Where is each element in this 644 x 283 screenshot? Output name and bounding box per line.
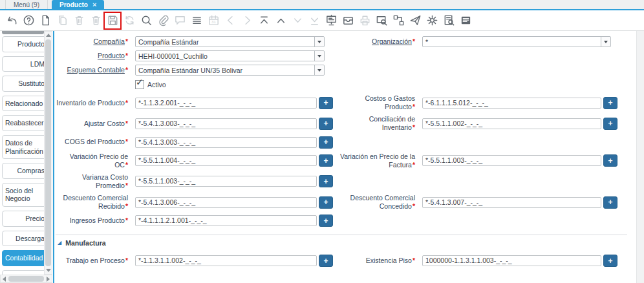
content-vertical-scrollbar[interactable] — [636, 31, 644, 283]
sidebar-tab-socio-del-negocio[interactable]: Socio del Negocio — [2, 183, 44, 207]
help-icon[interactable] — [21, 14, 36, 28]
sidebar-tab-producto[interactable]: Producto — [2, 36, 44, 52]
account-field[interactable]: *-4.1.1.1.2.1.001-_-_-_ — [135, 215, 317, 226]
grid-toggle-icon[interactable] — [189, 14, 204, 28]
tab-producto-label: Producto — [59, 1, 88, 8]
close-tab-icon[interactable]: × — [92, 1, 96, 8]
field-label-producto[interactable]: Producto* — [56, 52, 133, 60]
field-label-compania[interactable]: Compañía* — [56, 37, 133, 46]
activo-checkbox[interactable]: ✓ — [135, 80, 144, 89]
first-record-icon[interactable] — [257, 14, 271, 28]
scroll-up-icon[interactable] — [45, 32, 52, 39]
undo-icon[interactable] — [5, 14, 19, 28]
sidebar-tab-sustituto[interactable]: Sustituto — [2, 76, 44, 92]
save-icon[interactable] — [105, 14, 120, 28]
account-field[interactable]: *-5.5.1.1.003-_-_-_ — [422, 155, 601, 166]
sidebar-vertical-scrollbar[interactable] — [44, 31, 52, 275]
account-combination-button[interactable]: + — [319, 255, 333, 267]
delete-selection-icon[interactable] — [89, 14, 103, 28]
field-label: COGS del Producto* — [56, 138, 133, 146]
screenshot-icon[interactable] — [374, 14, 389, 28]
collapse-section-icon[interactable]: ◢ — [58, 240, 61, 246]
chat-icon[interactable] — [173, 14, 187, 28]
account-combination-button[interactable]: + — [319, 196, 333, 209]
dropdown-arrow-icon[interactable] — [314, 65, 324, 75]
next-record-icon[interactable] — [290, 14, 305, 28]
field-label: Trabajo en Proceso* — [56, 257, 133, 265]
account-combination-button[interactable]: + — [603, 255, 617, 267]
account-field[interactable]: *-5.4.1.3.007-_-_-_ — [422, 197, 601, 208]
vertical-scrollbar-thumb[interactable] — [45, 39, 51, 266]
account-combination-button[interactable]: + — [319, 118, 333, 130]
activo-label: Activo — [147, 81, 166, 89]
delete-record-icon[interactable] — [72, 14, 86, 28]
tab-sidebar: ProductoLDMSustitutoRelacionadoReabastec… — [0, 31, 53, 283]
sidebar-tab-ldm[interactable]: LDM — [2, 56, 44, 72]
scroll-right-icon[interactable] — [45, 275, 52, 282]
workflow-icon[interactable] — [391, 14, 405, 28]
field-label-organizacion[interactable]: Organización* — [336, 37, 420, 46]
organizacion-select[interactable]: * — [422, 36, 611, 47]
sidebar-tab-relacionado[interactable]: Relacionado — [2, 96, 44, 112]
dropdown-arrow-icon[interactable] — [601, 37, 610, 47]
dropdown-arrow-icon[interactable] — [314, 51, 324, 61]
compania-select[interactable]: Compañía Estándar — [135, 36, 325, 47]
producto-select[interactable]: HEHI-000001_Cuchillo — [135, 50, 325, 61]
horizontal-scrollbar-thumb[interactable] — [8, 276, 44, 282]
sidebar-tab-precio[interactable]: Precio — [2, 211, 44, 227]
account-field[interactable]: *-5.4.1.3.006-_-_-_ — [135, 197, 317, 208]
account-combination-button[interactable]: + — [319, 215, 333, 227]
account-field[interactable]: *-5.5.1.1.002-_-_-_ — [422, 118, 601, 129]
field-label-esquema-contable[interactable]: Esquema Contable* — [56, 66, 133, 74]
tab-menu[interactable]: Menú (9) — [5, 0, 48, 9]
refresh-icon[interactable] — [122, 14, 136, 28]
account-field[interactable]: 1000000-1.1.3.1.1.003-_-_-_ — [422, 255, 601, 266]
account-combination-button[interactable]: + — [319, 154, 333, 167]
scroll-left-icon[interactable] — [1, 275, 8, 282]
copy-record-icon[interactable] — [55, 14, 69, 28]
sidebar-tab-compras[interactable]: Compras — [2, 163, 44, 179]
field-label: Inventario de Producto* — [56, 99, 133, 107]
new-record-icon[interactable] — [38, 14, 52, 28]
account-combination-button[interactable]: + — [319, 97, 333, 109]
esquema-contable-select[interactable]: Compañía Estándar UN/35 Bolivar — [135, 65, 325, 76]
find-icon[interactable] — [139, 14, 153, 28]
account-combination-button[interactable]: + — [603, 97, 617, 109]
account-field[interactable]: *-5.5.1.1.003-_-_-_ — [135, 176, 317, 187]
report-icon[interactable] — [324, 14, 338, 28]
account-field[interactable]: *-1.1.3.2.001-_-_-_ — [135, 98, 317, 109]
account-field[interactable]: *-5.4.1.3.003-_-_-_ — [135, 137, 317, 148]
account-combination-button[interactable]: + — [603, 154, 617, 167]
calendar-icon[interactable]: 31 — [206, 14, 220, 28]
scroll-down-icon[interactable] — [45, 267, 52, 274]
dropdown-arrow-icon[interactable] — [314, 37, 324, 47]
account-field[interactable]: *-6.1.1.1.5.012-_-_-_ — [422, 98, 601, 109]
account-field[interactable]: *-5.4.1.3.003-_-_-_ — [135, 118, 317, 129]
sidebar-tab-descarga[interactable]: Descarga — [2, 231, 44, 247]
account-combination-button[interactable]: + — [603, 196, 617, 209]
parent-record-icon[interactable] — [223, 14, 237, 28]
sidebar-tab-datos-de-planificacion[interactable]: Datos de Planificación — [2, 135, 44, 159]
last-record-icon[interactable] — [307, 14, 321, 28]
sidebar-horizontal-scrollbar[interactable] — [0, 275, 52, 283]
tab-producto[interactable]: Producto × — [52, 0, 104, 9]
send-icon[interactable] — [408, 14, 422, 28]
account-combination-button[interactable]: + — [603, 118, 617, 130]
account-combination-button[interactable]: + — [319, 136, 333, 149]
sidebar-tab-contabilidad[interactable]: Contabilidad — [2, 250, 44, 266]
form-icon[interactable] — [458, 14, 473, 28]
attachment-icon[interactable] — [156, 14, 170, 28]
sidebar-tab-transacciones[interactable]: Transacciones — [2, 270, 44, 275]
account-combination-button[interactable]: + — [319, 175, 333, 187]
product-info-icon[interactable] — [442, 14, 456, 28]
sidebar-tab-reabastecer[interactable]: Reabastecer — [2, 115, 44, 131]
account-field[interactable]: *-1.1.3.1.1.002-_-_-_ — [135, 255, 317, 266]
detail-record-icon[interactable] — [240, 14, 254, 28]
tab-menu-label: Menú (9) — [14, 1, 39, 8]
print-icon[interactable] — [358, 14, 372, 28]
account-field[interactable]: *-5.5.1.1.004-_-_-_ — [135, 155, 317, 166]
previous-record-icon[interactable] — [274, 14, 288, 28]
archive-icon[interactable] — [341, 14, 355, 28]
section-header-manufactura[interactable]: ◢Manufactura — [56, 238, 636, 250]
preferences-icon[interactable] — [425, 14, 439, 28]
